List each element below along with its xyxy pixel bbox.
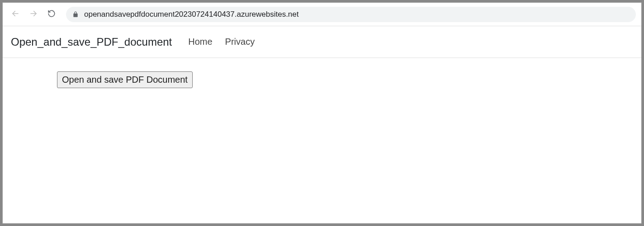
brand-title[interactable]: Open_and_save_PDF_document — [11, 36, 172, 48]
browser-toolbar: openandsavepdfdocument20230724140437.azu… — [3, 3, 641, 26]
forward-button[interactable] — [26, 7, 41, 22]
open-save-pdf-button[interactable]: Open and save PDF Document — [57, 71, 193, 88]
reload-icon — [47, 9, 56, 19]
url-text: openandsavepdfdocument20230724140437.azu… — [84, 10, 299, 19]
browser-window: openandsavepdfdocument20230724140437.azu… — [2, 2, 642, 224]
lock-icon — [72, 11, 79, 18]
arrow-left-icon — [11, 9, 19, 19]
address-bar[interactable]: openandsavepdfdocument20230724140437.azu… — [66, 7, 636, 22]
nav-link-home[interactable]: Home — [188, 37, 212, 47]
back-button[interactable] — [8, 7, 23, 22]
page-navbar: Open_and_save_PDF_document Home Privacy — [3, 26, 641, 58]
nav-link-privacy[interactable]: Privacy — [225, 37, 255, 47]
nav-links: Home Privacy — [188, 37, 255, 47]
page-body: Open and save PDF Document — [3, 58, 641, 88]
page-content: Open_and_save_PDF_document Home Privacy … — [3, 26, 641, 223]
arrow-right-icon — [29, 9, 38, 19]
reload-button[interactable] — [44, 7, 59, 22]
